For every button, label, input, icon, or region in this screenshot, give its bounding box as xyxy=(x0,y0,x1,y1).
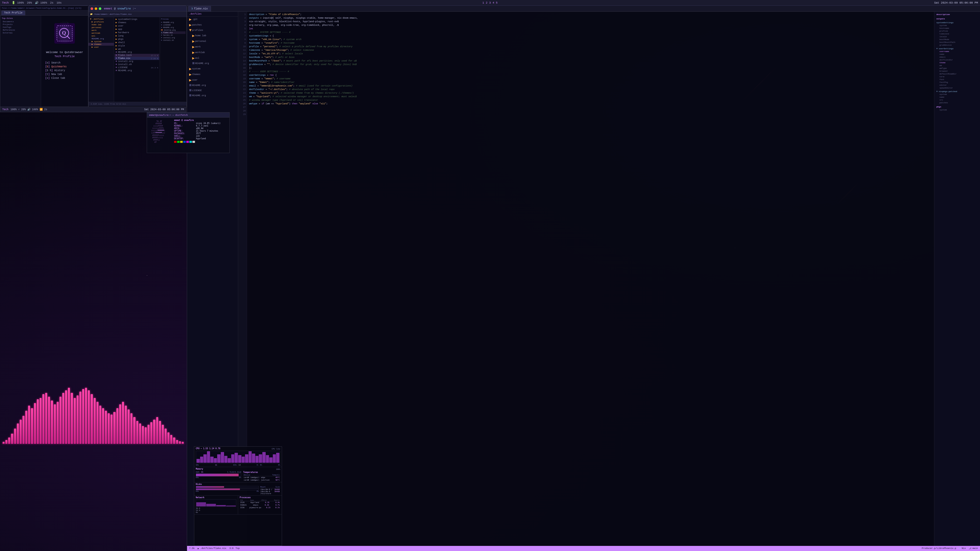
outline-fontpkg[interactable]: fontPkg xyxy=(934,81,980,84)
preview-name: desktop.png xyxy=(164,29,176,31)
outline-name[interactable]: name xyxy=(934,53,980,56)
neo-packages-val: 3577 xyxy=(196,132,201,135)
tree-label: README.org xyxy=(192,94,206,97)
menu-quickmarks[interactable]: [b] Quickmarks xyxy=(44,65,85,68)
outline-pkgs-system[interactable]: system xyxy=(934,108,980,111)
file-row-readmeorg[interactable]: ≡ README.org xyxy=(115,51,159,54)
tree-item-readme[interactable]: README.org xyxy=(89,37,114,40)
fm-preview: Preview ≡ README.org ≡ LICENSE ≡ README.… xyxy=(160,17,186,102)
tree-patches[interactable]: ▶ patches xyxy=(187,22,238,28)
tree-readme3[interactable]: ≡ README.org xyxy=(187,93,238,98)
tree-item-personal[interactable]: personal xyxy=(89,26,114,29)
file-row-wm[interactable]: ▶ wm xyxy=(115,48,159,51)
file-row-shell[interactable]: ▶ shell xyxy=(115,41,159,44)
outline-np-name[interactable]: name xyxy=(934,96,980,98)
cpu-bar xyxy=(231,454,234,463)
tree-system[interactable]: ▶ system xyxy=(187,66,238,72)
viz-bar xyxy=(116,408,118,444)
tree-profiles[interactable]: ▼ profiles xyxy=(187,28,238,33)
tree-item-wsl[interactable]: wsl xyxy=(89,35,114,37)
file-row-flake-nix[interactable]: λ flake.nix 2.26 K xyxy=(115,57,159,60)
active-tab[interactable]: Tech Profile xyxy=(1,11,25,16)
tree-readme-profile[interactable]: ≡ README.org xyxy=(187,61,238,66)
bookmark-refs[interactable]: References xyxy=(2,29,39,32)
file-row-install-sh[interactable]: ≡ install.sh xyxy=(115,63,159,66)
proc-1-name: Hyprland xyxy=(250,502,259,503)
outline-dotfilesdir[interactable]: dotfilesDir xyxy=(934,59,980,61)
tree-item-themes[interactable]: ▶ themes xyxy=(89,43,114,46)
outline-np-patches[interactable]: patches xyxy=(934,101,980,104)
outline-system[interactable]: system xyxy=(934,24,980,27)
tree-license[interactable]: ≡ LICENSE xyxy=(187,88,238,93)
tree-item-user[interactable]: ▶ user xyxy=(89,46,114,48)
file-row-app[interactable]: ▶ app xyxy=(115,27,159,31)
tree-homelab[interactable]: ▶ home lab xyxy=(187,33,238,38)
file-row-style[interactable]: ▶ style xyxy=(115,44,159,48)
file-row-install-org[interactable]: ≡ install.org xyxy=(115,60,159,63)
outline-spawneditor[interactable]: spawnEditor xyxy=(934,86,980,89)
menu-closetab[interactable]: [x] Close tab xyxy=(44,76,85,80)
file-row-themes[interactable]: ▶ themes xyxy=(115,21,159,24)
code-line: bootMode = "uefi"; # uefi or bios xyxy=(249,56,932,59)
outline-np-src[interactable]: src xyxy=(934,98,980,101)
tree-item-homelab[interactable]: home lab xyxy=(89,23,114,26)
outline-defaultroamdir[interactable]: defaultRoamDir xyxy=(934,73,980,75)
outline-browser[interactable]: browser xyxy=(934,70,980,73)
min-btn[interactable] xyxy=(95,7,97,10)
outline-bootmountpath[interactable]: bootMountPath xyxy=(934,41,980,44)
outline-email[interactable]: email xyxy=(934,56,980,59)
tree-readme-root[interactable]: ≡ README.org xyxy=(187,83,238,88)
bookmark-configs[interactable]: Configs xyxy=(2,26,39,29)
file-row-license[interactable]: ≡ LICENSE 34.3 K xyxy=(115,66,159,69)
outline-timezone[interactable]: timezone xyxy=(934,32,980,35)
outline-locale[interactable]: locale xyxy=(934,35,980,38)
tree-item-worklab[interactable]: worklab xyxy=(89,32,114,35)
file-row-hardware[interactable]: ▶ hardware xyxy=(115,31,159,34)
url-bar[interactable]: file:///home/emmet/.browser/Tech/config/… xyxy=(0,6,88,11)
outline-wm[interactable]: wm xyxy=(934,64,980,67)
menu-search[interactable]: [o] Search xyxy=(44,61,85,65)
outline-bootmode[interactable]: bootMode xyxy=(934,38,980,41)
file-row-lang[interactable]: ▶ lang xyxy=(115,34,159,38)
outline-editor[interactable]: editor xyxy=(934,84,980,86)
file-row-pkgs[interactable]: ▶ pkgs xyxy=(115,38,159,41)
outline-term[interactable]: term xyxy=(934,75,980,78)
fm-addressbar[interactable]: 📁 /home/emmet/.dotfiles/flake.nix xyxy=(89,11,186,17)
outline-hostname[interactable]: hostname xyxy=(934,27,980,30)
max-btn[interactable] xyxy=(99,7,101,10)
tree-user[interactable]: ▶ user xyxy=(187,77,238,83)
tree-personal[interactable]: ▶ personal xyxy=(187,38,238,44)
outline-username[interactable]: username xyxy=(934,50,980,53)
outline-grubdevice[interactable]: grubDevice xyxy=(934,44,980,46)
menu-newtab[interactable]: [t] New tab xyxy=(44,73,85,76)
tree-git[interactable]: ▶ .git xyxy=(187,17,238,22)
outline-np-system[interactable]: system xyxy=(934,93,980,96)
bookmark-external[interactable]: External xyxy=(2,32,39,34)
outline-profile[interactable]: profile xyxy=(934,30,980,32)
line-number: 21 xyxy=(238,84,246,88)
bookmark-projects[interactable]: Projects xyxy=(2,23,39,26)
cpu-title: CPU — 1.53 1.14 0.78 xyxy=(196,448,220,450)
tree-item-dotfiles[interactable]: ▼ .dotfiles xyxy=(89,17,114,21)
code-area[interactable]: description = "Flake of LibrePhoenix"; o… xyxy=(247,12,934,546)
tree-wsl[interactable]: ▶ wsl xyxy=(187,56,238,61)
tree-item-system[interactable]: ▶ system xyxy=(89,40,114,43)
outline-wmtype[interactable]: wmType xyxy=(934,67,980,70)
file-row-flake-lock[interactable]: ≡ flake.lock 27.5 K xyxy=(115,54,159,57)
tree-themes[interactable]: ▶ themes xyxy=(187,72,238,77)
tree-item-work[interactable]: work xyxy=(89,29,114,32)
menu-history[interactable]: [S h] History xyxy=(44,68,85,73)
file-row-readme2[interactable]: ≡ README.org xyxy=(115,69,159,72)
wm-name: Tech xyxy=(2,1,9,4)
file-row-user[interactable]: ▶ user xyxy=(115,24,159,27)
bookmark-docs[interactable]: Documents xyxy=(2,20,39,23)
outline-theme[interactable]: theme xyxy=(934,61,980,64)
editor-tab-flake[interactable]: λ flake.nix xyxy=(188,6,211,11)
folder-icon: ▶ xyxy=(189,78,192,83)
tree-work[interactable]: ▶ work xyxy=(187,44,238,50)
close-btn[interactable] xyxy=(91,7,93,10)
tree-worklab[interactable]: ▶ worklab xyxy=(187,50,238,56)
tree-item-profiles[interactable]: ▶ profiles xyxy=(89,21,114,23)
file-row-systemsettings[interactable]: ▶ systemSettings xyxy=(115,17,159,21)
outline-font[interactable]: font xyxy=(934,78,980,81)
